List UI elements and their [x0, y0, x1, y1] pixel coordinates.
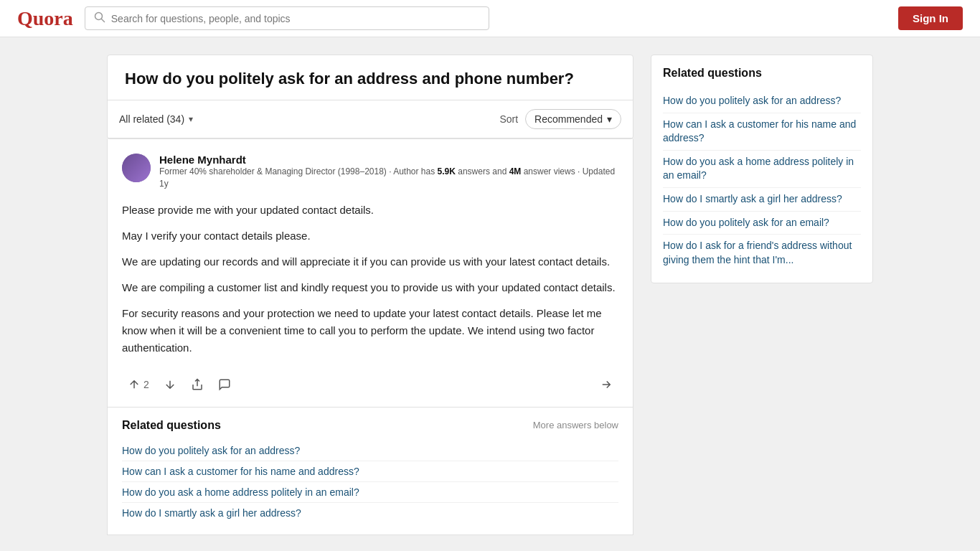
inline-related-link-4[interactable]: How do I smartly ask a girl her address? — [122, 503, 618, 523]
related-inline-title: Related questions — [122, 419, 221, 432]
search-input[interactable] — [111, 13, 480, 24]
inline-related-link-3[interactable]: How do you ask a home address politely i… — [122, 482, 618, 503]
author-row: Helene Mynhardt Former 40% shareholder &… — [122, 154, 618, 190]
sort-value: Recommended — [534, 113, 603, 125]
forward-icon — [600, 378, 613, 391]
upvote-count: 2 — [143, 379, 149, 390]
sidebar-link-2[interactable]: How can I ask a customer for his name an… — [663, 113, 861, 151]
avatar — [122, 154, 151, 182]
sort-dropdown[interactable]: Recommended ▾ — [525, 109, 621, 129]
upvote-icon — [128, 378, 141, 391]
answers-label: answers and — [458, 166, 507, 176]
chevron-down-icon: ▾ — [189, 114, 193, 124]
sidebar: Related questions How do you politely as… — [651, 55, 873, 535]
more-answers-label: More answers below — [533, 420, 618, 430]
answer-paragraph-3: We are updating our records and will app… — [122, 253, 618, 270]
avatar-image — [122, 154, 151, 182]
all-related-label: All related (34) — [119, 113, 184, 125]
sidebar-link-4[interactable]: How do I smartly ask a girl her address? — [663, 188, 861, 212]
svg-line-1 — [101, 19, 104, 22]
inline-related-link-1[interactable]: How do you politely ask for an address? — [122, 441, 618, 461]
forward-button[interactable] — [594, 374, 618, 395]
downvote-button[interactable] — [158, 374, 182, 395]
views-count: 4M — [509, 166, 522, 176]
share-icon — [191, 378, 204, 391]
all-related-dropdown[interactable]: All related (34) ▾ — [119, 113, 193, 125]
filter-bar: All related (34) ▾ Sort Recommended ▾ — [108, 100, 633, 138]
sidebar-title: Related questions — [663, 67, 861, 80]
sidebar-card: Related questions How do you politely as… — [651, 55, 873, 283]
sidebar-link-3[interactable]: How do you ask a home address politely i… — [663, 151, 861, 188]
share-button[interactable] — [185, 374, 209, 395]
upvote-button[interactable]: 2 — [122, 374, 155, 395]
sort-label: Sort — [499, 113, 518, 125]
main-column: How do you politely ask for an address a… — [107, 55, 633, 535]
inline-related-link-2[interactable]: How can I ask a customer for his name an… — [122, 461, 618, 482]
comment-icon — [218, 378, 231, 391]
related-inline-header: Related questions More answers below — [122, 419, 618, 432]
quora-logo[interactable]: Quora — [17, 7, 73, 30]
answer-paragraph-4: We are compiling a customer list and kin… — [122, 279, 618, 296]
answer-card: Helene Mynhardt Former 40% shareholder &… — [107, 139, 633, 408]
bio-text: Former 40% shareholder & Managing Direct… — [159, 166, 435, 176]
answers-count: 5.9K — [438, 166, 456, 176]
search-icon — [94, 11, 105, 25]
answer-paragraph-2: May I verify your contact details please… — [122, 227, 618, 245]
sign-in-button[interactable]: Sign In — [898, 6, 963, 30]
search-bar[interactable] — [85, 6, 489, 30]
related-inline-section: Related questions More answers below How… — [107, 408, 633, 535]
action-bar: 2 — [122, 368, 618, 395]
header: Quora Sign In — [0, 0, 980, 37]
sidebar-link-6[interactable]: How do I ask for a friend's address with… — [663, 235, 861, 271]
sort-chevron-icon: ▾ — [607, 113, 612, 125]
answer-paragraph-5: For security reasons and your protection… — [122, 305, 618, 357]
comment-button[interactable] — [212, 374, 237, 395]
answer-paragraph-1: Please provide me with your updated cont… — [122, 202, 618, 219]
author-bio: Former 40% shareholder & Managing Direct… — [159, 166, 618, 190]
question-title: How do you politely ask for an address a… — [108, 55, 633, 100]
answer-body: Please provide me with your updated cont… — [122, 202, 618, 357]
author-name[interactable]: Helene Mynhardt — [159, 154, 618, 166]
question-card: How do you politely ask for an address a… — [107, 55, 633, 139]
page-content: How do you politely ask for an address a… — [95, 37, 885, 551]
downvote-icon — [164, 378, 176, 391]
sidebar-link-1[interactable]: How do you politely ask for an address? — [663, 90, 861, 113]
sort-section: Sort Recommended ▾ — [499, 109, 621, 129]
sidebar-link-5[interactable]: How do you politely ask for an email? — [663, 212, 861, 235]
author-info: Helene Mynhardt Former 40% shareholder &… — [159, 154, 618, 190]
